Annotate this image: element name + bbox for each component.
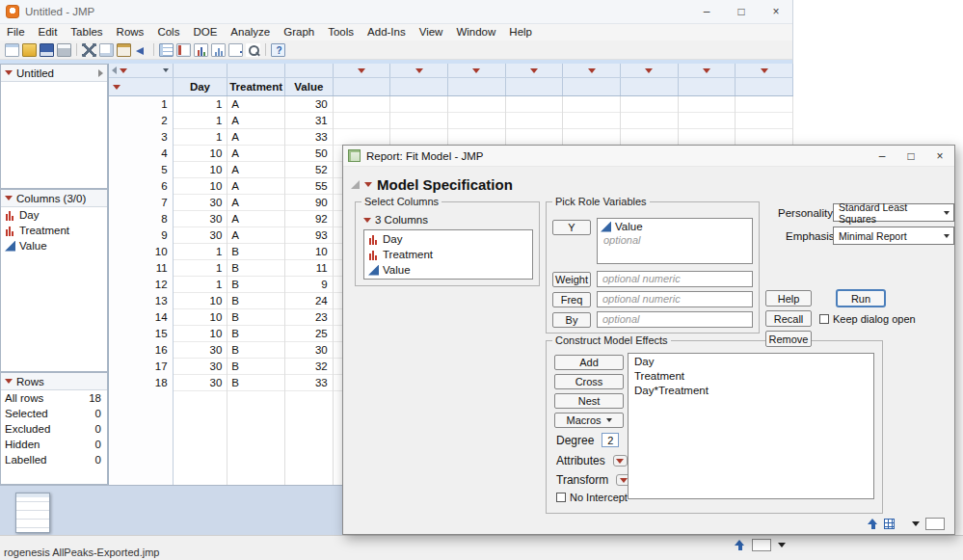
- red-triangle-menu-icon[interactable]: [5, 196, 13, 200]
- undo-icon[interactable]: [134, 43, 148, 57]
- cell-empty[interactable]: [736, 96, 793, 113]
- row-number-cell[interactable]: 15: [109, 326, 174, 342]
- cell-day[interactable]: 10: [174, 309, 228, 326]
- cell-day[interactable]: 30: [174, 211, 228, 227]
- column-header-day[interactable]: Day: [174, 78, 228, 95]
- freq-role-box[interactable]: optional numeric: [597, 291, 753, 307]
- row-number-cell[interactable]: 14: [109, 309, 174, 326]
- zoom-icon[interactable]: [246, 43, 260, 57]
- row-number-cell[interactable]: 7: [109, 195, 174, 211]
- menu-item[interactable]: Graph: [277, 24, 321, 40]
- no-intercept-checkbox[interactable]: [556, 493, 566, 502]
- column-menu-icon[interactable]: [472, 68, 480, 73]
- menu-item[interactable]: Window: [449, 24, 502, 40]
- row-number-cell[interactable]: 12: [109, 277, 174, 293]
- scroll-top-icon[interactable]: [735, 540, 745, 551]
- select-column-item[interactable]: Day: [366, 231, 530, 247]
- cell-empty[interactable]: [621, 96, 679, 113]
- chart-icon[interactable]: [194, 43, 208, 57]
- cell-day[interactable]: 30: [174, 375, 228, 391]
- effect-item[interactable]: Day: [629, 355, 873, 369]
- cell-value[interactable]: 52: [285, 162, 334, 178]
- cell-empty[interactable]: [448, 96, 506, 113]
- table-menu-icon[interactable]: [120, 68, 127, 73]
- dialog-close-button[interactable]: ×: [925, 146, 954, 166]
- personality-dropdown[interactable]: Standard Least Squares: [833, 203, 954, 222]
- cell-treatment[interactable]: A: [227, 162, 285, 178]
- columns-count[interactable]: 3 Columns: [363, 214, 428, 226]
- menu-item[interactable]: Edit: [32, 24, 65, 40]
- cell-day[interactable]: 1: [174, 96, 228, 113]
- rows-menu-icon[interactable]: [113, 85, 120, 90]
- cell-empty[interactable]: [334, 129, 391, 146]
- chevron-right-icon[interactable]: [98, 69, 103, 77]
- dropdown-arrow-icon[interactable]: [912, 521, 920, 526]
- menu-item[interactable]: Tools: [321, 24, 361, 40]
- grid-icon[interactable]: [159, 43, 174, 57]
- collapse-sidebar-icon[interactable]: [112, 67, 117, 74]
- cell-empty[interactable]: [390, 113, 448, 129]
- column-menu-icon[interactable]: [761, 68, 768, 73]
- copy-icon[interactable]: [99, 43, 114, 57]
- y-button[interactable]: Y: [552, 220, 591, 235]
- column-list-item[interactable]: Treatment: [1, 223, 107, 238]
- emphasis-dropdown[interactable]: Minimal Report: [833, 227, 954, 245]
- cell-treatment[interactable]: B: [227, 326, 285, 342]
- dropdown-arrow-icon[interactable]: [778, 543, 786, 547]
- row-number-cell[interactable]: 17: [109, 359, 174, 375]
- menu-item[interactable]: View: [413, 24, 450, 40]
- column-menu-icon[interactable]: [358, 68, 365, 73]
- cell-value[interactable]: 31: [285, 113, 334, 129]
- cell-treatment[interactable]: B: [227, 375, 285, 391]
- cell-empty[interactable]: [736, 129, 793, 146]
- cell-treatment[interactable]: B: [227, 309, 285, 326]
- grid-corner-cell[interactable]: [109, 64, 174, 77]
- cell-value[interactable]: 30: [285, 342, 334, 359]
- keep-dialog-open-checkbox[interactable]: [819, 314, 829, 324]
- cell-treatment[interactable]: A: [227, 96, 285, 113]
- table-row[interactable]: 3 1 A 33: [109, 129, 793, 146]
- row-number-cell[interactable]: 13: [109, 293, 174, 309]
- red-triangle-menu-icon[interactable]: [364, 182, 372, 187]
- effects-list[interactable]: DayTreatmentDay*Treatment: [628, 353, 874, 499]
- maximize-button[interactable]: □: [724, 0, 759, 23]
- open-icon[interactable]: [22, 43, 37, 57]
- menu-item[interactable]: Rows: [110, 24, 151, 40]
- print-icon[interactable]: [57, 43, 71, 57]
- cell-value[interactable]: 23: [285, 309, 334, 326]
- cell-empty[interactable]: [334, 96, 391, 113]
- cell-empty[interactable]: [506, 96, 564, 113]
- cell-treatment[interactable]: B: [227, 277, 285, 293]
- cell-empty[interactable]: [390, 96, 448, 113]
- select-column-item[interactable]: Treatment: [366, 247, 530, 262]
- row-number-cell[interactable]: 2: [109, 113, 174, 129]
- cell-day[interactable]: 30: [174, 227, 228, 244]
- effect-item[interactable]: Treatment: [629, 369, 873, 384]
- cell-day[interactable]: 1: [174, 244, 228, 260]
- column-menu-icon[interactable]: [530, 68, 538, 73]
- row-number-cell[interactable]: 9: [109, 227, 174, 244]
- new-icon[interactable]: [5, 43, 19, 57]
- row-number-cell[interactable]: 4: [109, 146, 174, 162]
- menu-item[interactable]: DOE: [186, 24, 224, 40]
- column-list-item[interactable]: Day: [1, 207, 107, 223]
- cell-value[interactable]: 33: [285, 375, 334, 391]
- cell-day[interactable]: 10: [174, 326, 228, 342]
- cell-day[interactable]: 10: [174, 162, 228, 178]
- sep[interactable]: [153, 43, 154, 56]
- cell-day[interactable]: 30: [174, 359, 228, 375]
- effect-item[interactable]: Day*Treatment: [629, 384, 873, 398]
- sep[interactable]: [76, 43, 77, 56]
- sep[interactable]: [265, 43, 266, 56]
- cell-treatment[interactable]: B: [227, 342, 285, 359]
- cell-empty[interactable]: [621, 129, 679, 146]
- macros-button[interactable]: Macros: [554, 413, 624, 428]
- rows-menu-icon[interactable]: [163, 68, 169, 72]
- scatter-icon[interactable]: [228, 43, 243, 57]
- cell-empty[interactable]: [448, 129, 506, 146]
- table-row[interactable]: 1 1 A 30: [109, 96, 793, 113]
- row-number-cell[interactable]: 16: [109, 342, 174, 359]
- cell-empty[interactable]: [390, 129, 448, 146]
- menu-item[interactable]: Analyze: [224, 24, 277, 40]
- row-number-cell[interactable]: 11: [109, 260, 174, 277]
